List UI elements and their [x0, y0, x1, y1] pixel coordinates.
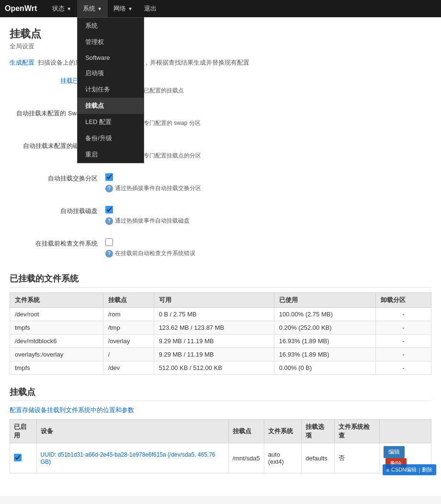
fs-table-row: tmpfs/tmp123.62 MB / 123.87 MB0.20% (252…	[10, 321, 431, 335]
watermark-icon: ≡	[386, 467, 389, 473]
mt-cell-mount: /mnt/sda5	[228, 443, 264, 473]
swap-control: ? 自动挂载未专门配置的 swap 分区	[105, 108, 431, 127]
swap2-help: ? 通过热插拔事件自动挂载交换分区	[105, 184, 431, 192]
dd-mount[interactable]: 挂载点	[78, 98, 144, 114]
swap2-checkbox[interactable]	[105, 173, 113, 181]
fscheck-control: ? 在挂载前自动检查文件系统错误	[105, 238, 431, 258]
page-subtitle: 全局设置	[10, 42, 431, 51]
fs-col-used: 已使用	[274, 293, 375, 308]
watermark: ≡ CSDN编辑 | 删除	[383, 464, 436, 475]
brand-logo: OpenWrt	[5, 4, 37, 13]
fs-section-heading: 已挂载的文件系统	[10, 273, 431, 288]
edit-button[interactable]: 编辑	[384, 446, 405, 458]
swap2-label: 自动挂载交换分区	[10, 173, 105, 183]
fs-table-row: /dev/mtdblock6/overlay9.29 MB / 11.19 MB…	[10, 335, 431, 348]
chevron-down-icon: ▼	[97, 6, 102, 11]
watermark-sep: |	[418, 467, 420, 473]
mt-col-device: 设备	[36, 420, 228, 443]
fs-cell: 9.29 MB / 11.19 MB	[154, 335, 274, 348]
mt-col-fscheck: 文件系统检查	[335, 420, 380, 443]
fs-cell: /tmp	[103, 321, 154, 335]
mt-col-actions	[379, 420, 431, 443]
mt-col-enabled: 已启用	[10, 420, 37, 443]
mount-connected-help: ? 启动时启用已配置的挂载点	[105, 87, 431, 95]
dd-cron[interactable]: 计划任务	[78, 81, 144, 98]
fs-col-available: 可用	[154, 293, 274, 308]
fscheck-row: 在挂载前检查文件系统 ? 在挂载前自动检查文件系统错误	[10, 235, 431, 261]
watermark-text: CSDN编辑	[391, 466, 417, 473]
fscheck-help: ? 在挂载前自动检查文件系统错误	[105, 249, 431, 258]
fs-cell: -	[375, 361, 431, 375]
fs-table: 文件系统 挂载点 可用 已使用 卸载分区 /dev/root/rom0 B / …	[10, 292, 431, 375]
dd-led[interactable]: LED 配置	[78, 114, 144, 130]
fs-cell: 16.93% (1.89 MB)	[274, 348, 375, 361]
fs-cell: 0 B / 2.75 MB	[154, 308, 274, 321]
nav-network[interactable]: 网络 ▼	[108, 0, 138, 17]
fscheck-checkbox[interactable]	[105, 238, 113, 246]
fscheck-label: 在挂载前检查文件系统	[10, 238, 105, 248]
nav-system[interactable]: 系统 ▼ 系统 管理权 Software 启动项 计划任务 挂载点 LED 配置…	[77, 0, 108, 17]
fs-table-row: overlayfs:/overlay/9.29 MB / 11.19 MB16.…	[10, 348, 431, 361]
fs-cell: -	[375, 335, 431, 348]
generate-row: 生成配置 扫描设备上的所有文件系统和交换分区，并根据查找结果生成并替换现有配置	[10, 58, 431, 67]
nav-logout[interactable]: 退出	[138, 0, 162, 17]
mount-desc: 配置存储设备挂载到文件系统中的位置和参数	[10, 406, 431, 414]
dd-reboot[interactable]: 重启	[78, 146, 144, 163]
page-content: 挂载点 全局设置 生成配置 扫描设备上的所有文件系统和交换分区，并根据查找结果生…	[0, 17, 441, 496]
mt-cell-options: defaults	[302, 443, 335, 473]
mount-section-heading: 挂载点	[10, 386, 431, 401]
fs-cell: 16.93% (1.89 MB)	[274, 335, 375, 348]
mount-desc-link[interactable]: 配置存储设备挂载到文件系统中的位置和参数	[10, 406, 134, 414]
mt-enabled-checkbox[interactable]	[14, 454, 22, 461]
mount-table-row: UUID: d51b1d31-a66d-2e45-ba28-1e978e6f61…	[10, 443, 431, 473]
fs-cell: /	[103, 348, 154, 361]
swap2-row: 自动挂载交换分区 ? 通过热插拔事件自动挂载交换分区	[10, 169, 431, 196]
fs-cell: /dev	[103, 361, 154, 375]
mt-cell-device: UUID: d51b1d31-a66d-2e45-ba28-1e978e6f61…	[36, 443, 228, 473]
help-icon6: ?	[105, 250, 113, 258]
system-dropdown: 系统 管理权 Software 启动项 计划任务 挂载点 LED 配置 备份/升…	[77, 17, 144, 163]
mt-cell-fscheck: 否	[335, 443, 380, 473]
fs-cell: 0.20% (252.00 KB)	[274, 321, 375, 335]
dd-backup[interactable]: 备份/升级	[78, 130, 144, 146]
swap-help: ? 自动挂载未专门配置的 swap 分区	[105, 119, 431, 127]
disk-help: ? 自动挂载未专门配置挂载点的分区	[105, 152, 431, 160]
dd-system[interactable]: 系统	[78, 18, 144, 34]
fs-cell: -	[375, 308, 431, 321]
fs-cell: /overlay	[103, 335, 154, 348]
disk2-row: 自动挂载磁盘 ? 通过热插拔事件自动挂载磁盘	[10, 202, 431, 229]
disk2-help: ? 通过热插拔事件自动挂载磁盘	[105, 217, 431, 225]
fs-cell: tmpfs	[10, 321, 103, 335]
fs-cell: 512.00 KB / 512.00 KB	[154, 361, 274, 375]
disk-control: ? 自动挂载未专门配置挂载点的分区	[105, 141, 431, 160]
generate-link[interactable]: 生成配置	[10, 59, 34, 66]
dd-admin[interactable]: 管理权	[78, 34, 144, 50]
fs-cell: 100.00% (2.75 MB)	[274, 308, 375, 321]
mount-connected-row: 挂载已连接的 ? 启动时启用已配置的挂载点	[10, 72, 431, 99]
fs-cell: /rom	[103, 308, 154, 321]
chevron-down-icon: ▼	[67, 6, 71, 11]
mt-device-link[interactable]: UUID: d51b1d31-a66d-2e45-ba28-1e978e6f61…	[41, 451, 215, 465]
mt-col-mount: 挂载点	[228, 420, 264, 443]
nav-status[interactable]: 状态 ▼	[46, 0, 77, 17]
fs-cell: 123.62 MB / 123.87 MB	[154, 321, 274, 335]
fs-cell: tmpfs	[10, 361, 103, 375]
swap2-control: ? 通过热插拔事件自动挂载交换分区	[105, 173, 431, 192]
mt-col-options: 挂载选项	[302, 420, 335, 443]
top-navbar: OpenWrt 状态 ▼ 系统 ▼ 系统 管理权 Software 启动项 计划…	[0, 0, 441, 17]
mount-connected-control: ? 启动时启用已配置的挂载点	[105, 76, 431, 95]
fs-table-row: /dev/root/rom0 B / 2.75 MB100.00% (2.75 …	[10, 308, 431, 321]
disk2-checkbox[interactable]	[105, 206, 113, 213]
disk-row: 自动挂载未配置的磁盘分区 ? 自动挂载未专门配置挂载点的分区	[10, 137, 431, 164]
dd-startup[interactable]: 启动项	[78, 65, 144, 81]
dd-software[interactable]: Software	[78, 50, 144, 65]
chevron-down-icon: ▼	[128, 6, 133, 11]
fs-col-fs: 文件系统	[10, 293, 103, 308]
help-icon5: ?	[105, 217, 113, 225]
fs-cell: overlayfs:/overlay	[10, 348, 103, 361]
disk2-label: 自动挂载磁盘	[10, 206, 105, 215]
fs-cell: 9.29 MB / 11.19 MB	[154, 348, 274, 361]
fs-cell: /dev/root	[10, 308, 103, 321]
watermark-text2: 删除	[422, 466, 432, 473]
mt-cell-fs: auto (ext4)	[264, 443, 302, 473]
